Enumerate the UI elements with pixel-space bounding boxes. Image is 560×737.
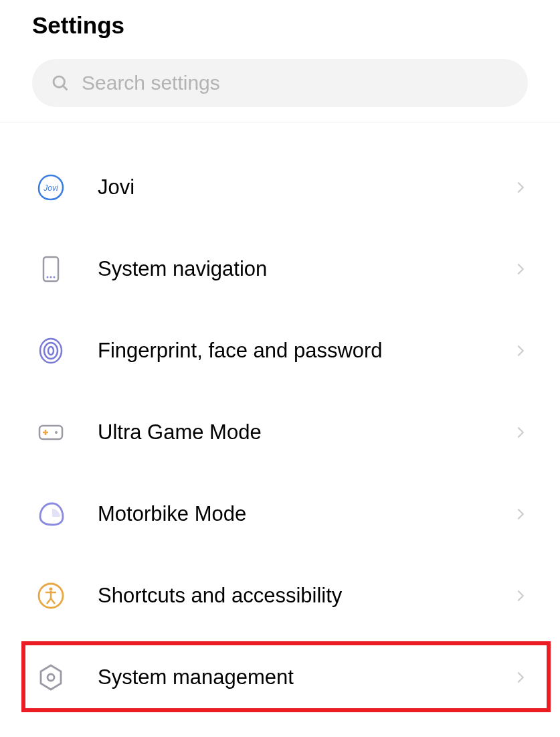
svg-point-4 xyxy=(47,276,49,278)
settings-item-system-navigation[interactable]: System navigation xyxy=(0,228,560,310)
header: Settings xyxy=(0,0,560,59)
svg-point-6 xyxy=(54,276,56,278)
chevron-right-icon xyxy=(513,262,528,276)
settings-item-fingerprint[interactable]: Fingerprint, face and password xyxy=(0,310,560,392)
svg-point-8 xyxy=(44,343,58,359)
chevron-right-icon xyxy=(513,425,528,440)
chevron-right-icon xyxy=(513,588,528,603)
accessibility-icon xyxy=(36,581,66,610)
search-bar[interactable] xyxy=(32,59,528,107)
svg-line-19 xyxy=(51,598,55,604)
fingerprint-icon xyxy=(36,336,66,365)
item-label: System navigation xyxy=(98,257,513,281)
settings-item-jovi[interactable]: Jovi Jovi xyxy=(0,147,560,228)
search-container xyxy=(0,59,560,122)
chevron-right-icon xyxy=(513,343,528,358)
settings-list: Jovi Jovi System navigation xyxy=(0,122,560,718)
settings-item-shortcuts-accessibility[interactable]: Shortcuts and accessibility xyxy=(0,555,560,637)
item-label: Ultra Game Mode xyxy=(98,420,513,444)
search-input[interactable] xyxy=(82,72,509,94)
item-label: Fingerprint, face and password xyxy=(98,339,513,363)
item-label: System management xyxy=(98,665,513,689)
svg-text:Jovi: Jovi xyxy=(43,183,58,193)
search-icon xyxy=(51,74,70,92)
gamepad-icon xyxy=(36,418,66,447)
svg-point-21 xyxy=(48,674,54,681)
svg-point-13 xyxy=(55,431,58,434)
settings-item-system-management[interactable]: System management xyxy=(0,637,560,718)
jovi-icon: Jovi xyxy=(36,173,66,202)
settings-item-motorbike-mode[interactable]: Motorbike Mode xyxy=(0,473,560,555)
page-title: Settings xyxy=(32,12,528,39)
item-label: Jovi xyxy=(98,175,513,199)
settings-item-ultra-game-mode[interactable]: Ultra Game Mode xyxy=(0,392,560,473)
gear-icon xyxy=(36,663,66,692)
svg-point-5 xyxy=(50,276,52,278)
chevron-right-icon xyxy=(513,180,528,195)
svg-marker-20 xyxy=(41,665,61,689)
helmet-icon xyxy=(36,499,66,529)
svg-line-18 xyxy=(47,598,51,604)
phone-icon xyxy=(36,254,66,284)
chevron-right-icon xyxy=(513,507,528,521)
svg-point-15 xyxy=(50,588,53,591)
chevron-right-icon xyxy=(513,670,528,685)
svg-line-1 xyxy=(64,86,68,90)
item-label: Motorbike Mode xyxy=(98,502,513,526)
svg-point-0 xyxy=(54,76,64,87)
svg-point-9 xyxy=(48,347,54,355)
item-label: Shortcuts and accessibility xyxy=(98,584,513,608)
